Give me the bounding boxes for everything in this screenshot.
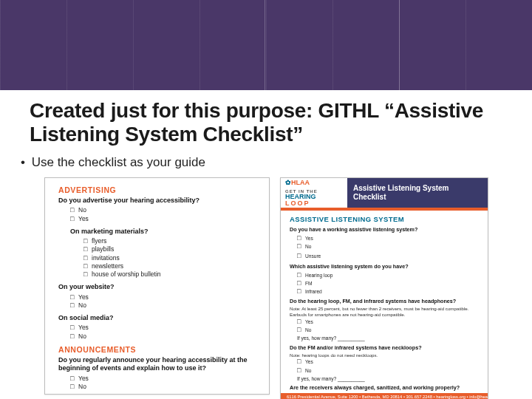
slide-bullet: Use the checklist as your guide — [0, 154, 532, 176]
q-which-als: Which assistive listening system do you … — [290, 263, 479, 270]
checkbox-infrared[interactable]: Infrared — [297, 287, 479, 296]
q-neckloops: Do the FM and/or infrared systems have n… — [290, 344, 479, 351]
q-receivers: Are the receivers always charged, saniti… — [290, 384, 479, 391]
hlaa-logo: ✿HLAA — [285, 179, 343, 187]
slide-banner — [0, 0, 532, 90]
checkbox-invitations[interactable]: invitations — [83, 254, 259, 262]
section-als: ASSISTIVE LISTENING SYSTEM — [290, 215, 479, 224]
checkbox-yes[interactable]: Yes — [297, 358, 479, 366]
checkbox-playbills[interactable]: playbills — [83, 245, 259, 253]
checkbox-yes[interactable]: Yes — [297, 318, 479, 326]
q-social: On social media? — [58, 314, 259, 322]
checkbox-social-yes[interactable]: Yes — [70, 324, 259, 332]
inset-container: ADVERTISING Do you advertise your hearin… — [44, 177, 523, 395]
q-announce: Do you regularly announce your hearing a… — [58, 356, 259, 373]
checkbox-no[interactable]: No — [297, 242, 479, 250]
note-neckloops: Note: hearing loops do not need neckloop… — [290, 352, 479, 358]
note-headphones: Note: At least 25 percent, but no fewer … — [290, 306, 479, 318]
section-announcements: ANNOUNCEMENTS — [58, 345, 259, 355]
checkbox-hearing-loop[interactable]: Hearing loop — [297, 271, 479, 279]
checkbox-no[interactable]: No — [297, 326, 479, 334]
checkbox-flyers[interactable]: flyers — [83, 237, 259, 245]
logo-block: ✿HLAA GET IN THE HEARING LOOP — [281, 178, 347, 208]
q-marketing-materials: On marketing materials? — [70, 228, 259, 236]
checklist-advertising-page: ADVERTISING Do you advertise your hearin… — [44, 177, 270, 395]
checkbox-house-of-worship-bulletin[interactable]: house of worship bulletin — [83, 270, 259, 279]
section-advertising: ADVERTISING — [58, 185, 259, 195]
q-website: On your website? — [58, 283, 259, 291]
q-howmany1: If yes, how many? __________ — [297, 335, 479, 341]
doc-title: Assistive Listening System Checklist — [347, 178, 488, 208]
q-have-als: Do you have a working assistive listenin… — [290, 226, 479, 233]
checkbox-ann-yes[interactable]: Yes — [70, 375, 259, 383]
q-headphones: Do the hearing loop, FM, and infrared sy… — [290, 298, 479, 304]
q-howmany2: If yes, how many? __________ — [297, 376, 479, 382]
checklist-als-page: ✿HLAA GET IN THE HEARING LOOP Assistive … — [280, 177, 488, 399]
checkbox-web-no[interactable]: No — [70, 301, 259, 310]
checkbox-no[interactable]: No — [70, 206, 259, 214]
checkbox-yes[interactable]: Yes — [70, 215, 259, 223]
slide-title: Created just for this purpose: GITHL “As… — [0, 90, 532, 154]
checkbox-newsletters[interactable]: newsletters — [83, 262, 259, 270]
checkbox-web-yes[interactable]: Yes — [70, 293, 259, 301]
doc-footer: 6116 Presidential Avenue, Suite 1200 • B… — [281, 393, 488, 399]
githl-logo: GET IN THE HEARING LOOP — [285, 189, 343, 207]
checkbox-unsure[interactable]: Unsure — [297, 252, 479, 260]
checkbox-social-no[interactable]: No — [70, 332, 259, 341]
checkbox-fm[interactable]: FM — [297, 279, 479, 287]
checkbox-yes[interactable]: Yes — [297, 234, 479, 242]
checkbox-ann-no[interactable]: No — [70, 383, 259, 391]
doc-header: ✿HLAA GET IN THE HEARING LOOP Assistive … — [281, 178, 488, 211]
q-advertise: Do you advertise your hearing accessibil… — [58, 197, 259, 205]
checkbox-no[interactable]: No — [297, 366, 479, 375]
